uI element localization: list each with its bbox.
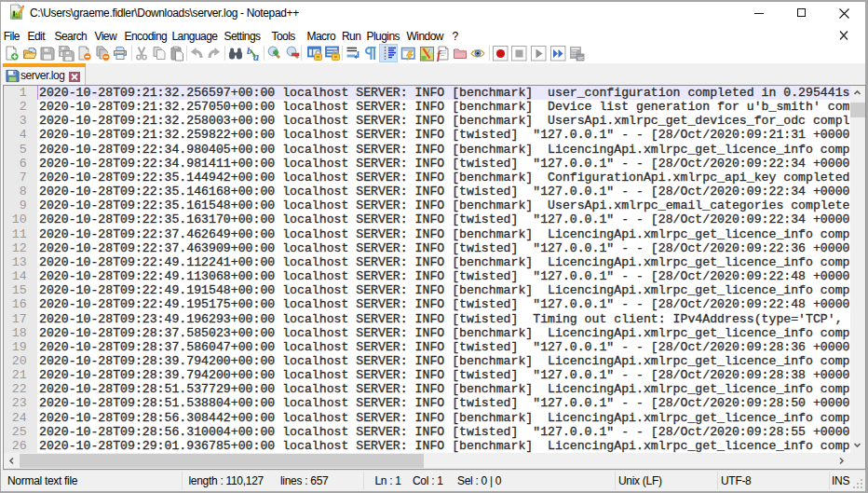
svg-text:uc: uc <box>578 55 584 61</box>
